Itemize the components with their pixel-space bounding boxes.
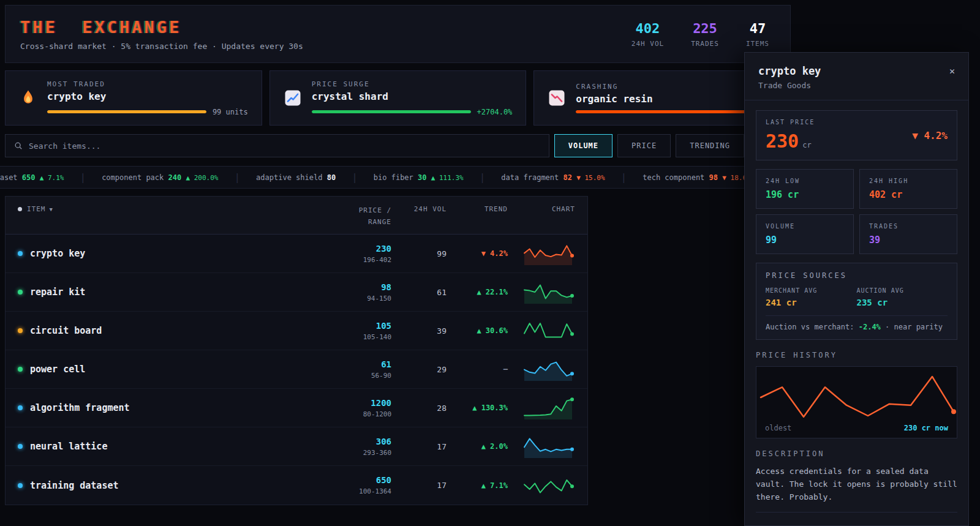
search-input[interactable] xyxy=(29,141,540,151)
detail-panel-titles: crypto key Trade Goods xyxy=(758,65,821,90)
stat-items-label: ITEMS xyxy=(746,40,769,48)
item-volume: 17 xyxy=(391,481,447,490)
card-price-surge-label: PRICE SURGE xyxy=(312,80,513,88)
item-meta: Rarity: Uncommon Base Price: 200 cr xyxy=(756,512,957,526)
tab-price[interactable]: PRICE xyxy=(617,134,671,157)
app-subtitle: Cross-shard market · 5% transaction fee … xyxy=(20,42,303,51)
stat-trades-value: 225 xyxy=(691,21,719,36)
ticker-item-value: 80 xyxy=(327,173,336,182)
column-header-vol: 24H VOL xyxy=(391,205,447,213)
item-name: neural lattice xyxy=(30,441,107,452)
item-price: 650 xyxy=(300,475,391,485)
history-now-label: 230 cr now xyxy=(904,424,948,432)
item-name: crypto key xyxy=(30,248,85,259)
highlight-cards: MOST TRADED crypto key 99 units PRICE SU… xyxy=(5,70,791,126)
ticker-item[interactable]: data fragment 82 ▼ 15.0% xyxy=(501,173,605,182)
column-header-item[interactable]: ITEM ▼ xyxy=(18,205,300,213)
merchant-avg-value: 241 cr xyxy=(766,298,857,307)
stat-box-value: 196 cr xyxy=(766,189,844,200)
stat-grid: 24H LOW 196 cr 24H HIGH 402 cr VOLUME 99… xyxy=(756,169,957,254)
card-price-surge[interactable]: PRICE SURGE crystal shard +2704.0% xyxy=(270,70,527,126)
item-trend: ▲ 2.0% xyxy=(447,442,508,451)
item-dot xyxy=(18,251,23,256)
card-most-traded-label: MOST TRADED xyxy=(47,80,248,88)
last-price-unit: cr xyxy=(802,141,811,149)
ticker-item-change: ▲ 7.1% xyxy=(40,174,64,182)
stat-24h-vol: 402 24H VOL xyxy=(631,21,664,48)
item-name: algorithm fragment xyxy=(30,402,130,413)
ticker-item[interactable]: training dataset 650 ▲ 7.1% xyxy=(0,173,64,182)
ticker-item-value: 240 xyxy=(168,173,182,182)
header: THE EXCHANGE Cross-shard market · 5% tra… xyxy=(5,5,791,63)
ticker-item[interactable]: tech component 98 ▼ 18.6% xyxy=(643,173,748,182)
auction-avg-value: 235 cr xyxy=(857,298,948,307)
chart-up-icon xyxy=(284,89,302,107)
card-most-traded[interactable]: MOST TRADED crypto key 99 units xyxy=(5,70,262,126)
app-title: THE EXCHANGE xyxy=(20,18,303,37)
stat-trades: 225 TRADES xyxy=(691,21,719,48)
stat-box-label: 24H HIGH xyxy=(869,178,948,184)
close-icon[interactable]: ✕ xyxy=(949,65,955,77)
search-box xyxy=(5,134,549,157)
search-icon xyxy=(14,141,23,150)
detail-panel-header: crypto key Trade Goods ✕ xyxy=(745,53,968,100)
item-name: circuit board xyxy=(30,325,102,336)
ticker-item-name: component pack xyxy=(102,173,164,182)
ticker-item-name: data fragment xyxy=(501,173,559,182)
item-dot xyxy=(18,405,23,410)
item-trend: – xyxy=(447,365,508,374)
item-sparkline xyxy=(508,318,575,344)
item-dot xyxy=(18,444,23,449)
card-price-surge-body: PRICE SURGE crystal shard +2704.0% xyxy=(312,80,513,116)
tab-trending[interactable]: TRENDING xyxy=(676,134,744,157)
item-trend: ▲ 130.3% xyxy=(447,404,508,412)
ticker-item[interactable]: component pack 240 ▲ 200.0% xyxy=(102,173,218,182)
ticker-divider: | xyxy=(621,171,627,183)
item-trend: ▲ 22.1% xyxy=(447,288,508,296)
item-header-dot xyxy=(18,207,22,211)
ticker-item-value: 650 xyxy=(22,173,36,182)
item-volume: 28 xyxy=(391,404,447,413)
table-row-crypto-key[interactable]: crypto key 230196-402 99 ▼ 4.2% xyxy=(6,235,587,273)
table-row-circuit-board[interactable]: circuit board 105105-140 39 ▲ 30.6% xyxy=(6,312,587,350)
items-table: ITEM ▼ PRICE /RANGE 24H VOL TREND CHART … xyxy=(5,196,588,505)
item-range: 56-90 xyxy=(300,372,391,380)
auction-avg-label: AUCTION AVG xyxy=(857,287,948,294)
item-dot xyxy=(18,328,23,333)
stat-box-label: VOLUME xyxy=(766,223,844,230)
last-price-change: ▼ 4.2% xyxy=(912,130,948,141)
card-price-surge-value: +2704.0% xyxy=(477,108,513,116)
item-dot xyxy=(18,367,23,372)
header-stats: 402 24H VOL 225 TRADES 47 ITEMS xyxy=(631,21,769,48)
source-delta: -2.4% xyxy=(859,323,881,331)
price-history-chart: oldest 230 cr now xyxy=(756,366,957,438)
ticker-item[interactable]: bio fiber 30 ▲ 111.3% xyxy=(374,173,464,182)
detail-panel-body: LAST PRICE 230 cr ▼ 4.2% 24H LOW 196 cr … xyxy=(745,100,968,526)
merchant-avg-label: MERCHANT AVG xyxy=(766,287,857,294)
table-row-algorithm-fragment[interactable]: algorithm fragment 120080-1200 28 ▲ 130.… xyxy=(6,389,587,427)
table-row-training-dataset[interactable]: training dataset 650100-1364 17 ▲ 7.1% xyxy=(6,466,587,505)
item-sparkline xyxy=(508,241,575,266)
surge-bar-fill xyxy=(312,110,471,113)
flame-icon xyxy=(19,89,37,107)
last-price-value: 230 xyxy=(766,130,799,152)
stat-items: 47 ITEMS xyxy=(746,21,769,48)
table-row-power-cell[interactable]: power cell 6156-90 29 – xyxy=(6,350,587,389)
ticker-item-change: ▼ 15.0% xyxy=(576,174,605,182)
price-sources-box: PRICE SOURCES MERCHANT AVG 241 cr AUCTIO… xyxy=(756,263,957,340)
price-history-label: PRICE HISTORY xyxy=(756,351,957,359)
item-range: 196-402 xyxy=(300,256,391,264)
item-price: 306 xyxy=(300,437,391,446)
volume-bar-track xyxy=(47,110,206,113)
item-sparkline xyxy=(508,279,575,305)
history-oldest-label: oldest xyxy=(765,424,791,432)
table-row-neural-lattice[interactable]: neural lattice 306293-360 17 ▲ 2.0% xyxy=(6,427,587,466)
tab-volume[interactable]: VOLUME xyxy=(554,134,612,157)
last-price-value-row: 230 cr xyxy=(766,130,815,152)
table-row-repair-kit[interactable]: repair kit 9894-150 61 ▲ 22.1% xyxy=(6,273,587,312)
ticker-item[interactable]: adaptive shield 80 xyxy=(256,173,336,182)
item-range: 80-1200 xyxy=(300,410,391,418)
item-trend: ▲ 7.1% xyxy=(447,481,508,490)
source-comparison-note: Auction vs merchant: -2.4% · near parity xyxy=(766,315,948,331)
stat-trades-label: TRADES xyxy=(691,40,719,48)
